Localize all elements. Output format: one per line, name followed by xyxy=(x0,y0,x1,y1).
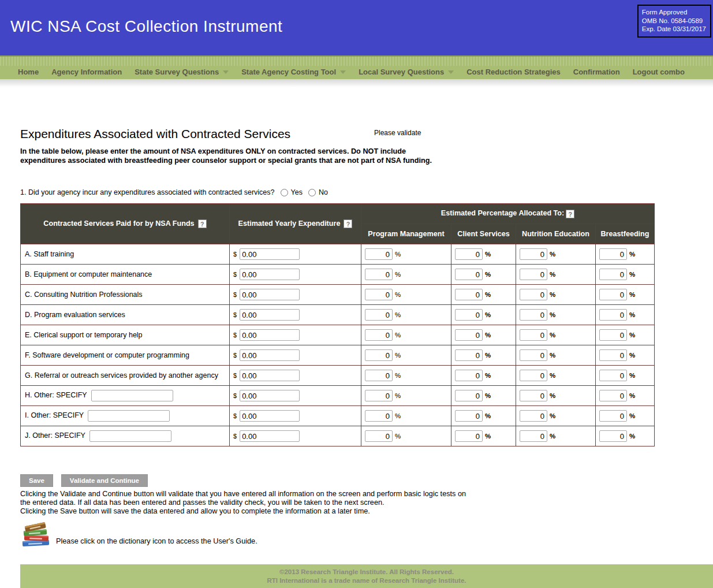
nav-item-agency-information[interactable]: Agency Information xyxy=(45,68,128,76)
help-icon[interactable]: ? xyxy=(198,219,207,228)
percentage-input[interactable] xyxy=(599,430,627,442)
percentage-input[interactable] xyxy=(365,410,393,422)
validate-and-continue-button[interactable]: Validate and Continue xyxy=(61,474,148,487)
table-row: A. Staff training$%%%% xyxy=(21,244,655,265)
percentage-input[interactable] xyxy=(365,329,393,341)
percentage-input[interactable] xyxy=(365,309,393,321)
help-icon[interactable]: ? xyxy=(566,210,574,218)
specify-input[interactable] xyxy=(89,430,171,442)
dictionary-icon[interactable] xyxy=(20,520,50,547)
percent-sign: % xyxy=(485,392,491,399)
percentage-input[interactable] xyxy=(455,410,483,422)
amount-input[interactable] xyxy=(240,289,300,300)
percentage-input[interactable] xyxy=(520,410,547,422)
percentage-input[interactable] xyxy=(455,430,483,442)
percentage-cell: % xyxy=(516,265,596,285)
percentage-input[interactable] xyxy=(599,329,627,341)
dollar-sign: $ xyxy=(233,311,237,318)
service-label: B. Equipment or computer maintenance xyxy=(25,270,152,278)
amount-input[interactable] xyxy=(240,410,300,422)
nav-item-local-survey-questions[interactable]: Local Survey Questions xyxy=(352,68,460,76)
percentage-input[interactable] xyxy=(365,370,393,381)
percentage-input[interactable] xyxy=(520,349,547,361)
percentage-input[interactable] xyxy=(599,269,627,280)
percent-sign: % xyxy=(550,291,555,298)
percent-sign: % xyxy=(395,412,401,419)
percentage-input[interactable] xyxy=(365,248,393,260)
percentage-input[interactable] xyxy=(455,390,483,401)
percentage-input[interactable] xyxy=(520,309,547,321)
yes-radio[interactable] xyxy=(281,189,288,196)
nav-item-confirmation[interactable]: Confirmation xyxy=(567,68,626,76)
amount-input[interactable] xyxy=(240,248,300,260)
percentage-input[interactable] xyxy=(455,329,483,341)
amount-input[interactable] xyxy=(240,269,300,280)
chevron-down-icon xyxy=(223,70,229,74)
percentage-input[interactable] xyxy=(365,390,393,401)
amount-input[interactable] xyxy=(240,370,300,381)
percentage-input[interactable] xyxy=(365,349,393,361)
percentage-cell: % xyxy=(451,386,516,406)
nav-item-state-agency-costing-tool[interactable]: State Agency Costing Tool xyxy=(235,68,352,76)
percentage-input[interactable] xyxy=(599,349,627,361)
service-label-cell: J. Other: SPECIFY xyxy=(21,426,230,446)
nav-item-state-survey-questions[interactable]: State Survey Questions xyxy=(128,68,235,76)
save-button[interactable]: Save xyxy=(20,474,53,487)
percent-sign: % xyxy=(550,251,555,258)
percentage-input[interactable] xyxy=(520,269,547,280)
percentage-input[interactable] xyxy=(520,370,547,381)
percentage-input[interactable] xyxy=(599,370,627,381)
percentage-cell: % xyxy=(516,406,596,426)
amount-input[interactable] xyxy=(240,430,300,442)
nav-item-logout-combo[interactable]: Logout combo xyxy=(626,68,691,76)
amount-input[interactable] xyxy=(240,390,300,401)
percentage-input[interactable] xyxy=(455,370,483,381)
percentage-input[interactable] xyxy=(599,289,627,300)
col-header-yearly-expenditure: Estimated Yearly Expenditure? xyxy=(230,204,361,244)
col-header-nutrition-education: Nutrition Education xyxy=(516,224,596,244)
percentage-cell: % xyxy=(361,325,451,345)
nav-item-label: State Survey Questions xyxy=(135,68,219,76)
help-icon[interactable]: ? xyxy=(344,219,352,228)
question-1-option-no[interactable]: No xyxy=(308,188,328,196)
no-radio[interactable] xyxy=(308,189,316,196)
percentage-input[interactable] xyxy=(455,309,483,321)
percentage-input[interactable] xyxy=(520,248,547,260)
percentage-input[interactable] xyxy=(365,430,393,442)
table-row: E. Clerical support or temporary help$%%… xyxy=(21,325,655,345)
percentage-input[interactable] xyxy=(365,269,393,280)
percentage-input[interactable] xyxy=(520,329,547,341)
question-1-row: 1. Did your agency incur any expenditure… xyxy=(20,188,654,196)
col-header-percentage-group: Estimated Percentage Allocated To:? xyxy=(361,204,655,224)
amount-input[interactable] xyxy=(240,349,300,361)
percent-sign: % xyxy=(485,352,491,359)
percentage-input[interactable] xyxy=(520,390,547,401)
service-label: E. Clerical support or temporary help xyxy=(25,331,143,339)
nav-item-label: Home xyxy=(18,68,39,76)
percentage-input[interactable] xyxy=(365,289,393,300)
yearly-expenditure-cell: $ xyxy=(230,305,361,325)
percentage-input[interactable] xyxy=(599,410,627,422)
percent-sign: % xyxy=(395,271,401,278)
amount-input[interactable] xyxy=(240,309,300,321)
percentage-input[interactable] xyxy=(520,430,547,442)
col-header-client-services: Client Services xyxy=(451,224,516,244)
percentage-input[interactable] xyxy=(599,309,627,321)
nav-item-cost-reduction-strategies[interactable]: Cost Reduction Strategies xyxy=(460,68,567,76)
specify-input[interactable] xyxy=(91,390,173,401)
instructions-text: In the table below, please enter the amo… xyxy=(20,147,654,165)
percentage-input[interactable] xyxy=(455,248,483,260)
percentage-cell: % xyxy=(516,426,596,446)
percentage-input[interactable] xyxy=(520,289,547,300)
percentage-input[interactable] xyxy=(599,248,627,260)
question-1-option-yes[interactable]: Yes xyxy=(281,188,303,196)
amount-input[interactable] xyxy=(240,329,300,341)
percentage-input[interactable] xyxy=(455,349,483,361)
nav-item-home[interactable]: Home xyxy=(12,68,45,76)
percentage-input[interactable] xyxy=(599,390,627,401)
chevron-down-icon xyxy=(340,70,346,74)
percentage-input[interactable] xyxy=(455,269,483,280)
specify-input[interactable] xyxy=(88,410,170,422)
dollar-sign: $ xyxy=(233,372,237,379)
percentage-input[interactable] xyxy=(455,289,483,300)
